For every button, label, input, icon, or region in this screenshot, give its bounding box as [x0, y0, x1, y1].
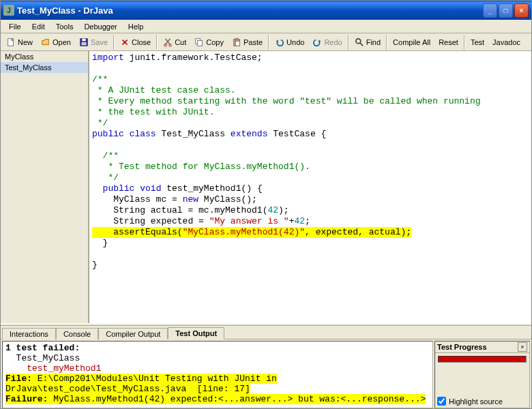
highlight-source-checkbox[interactable]	[437, 397, 446, 406]
toolbar: NewOpenSaveCloseCutCopyPasteUndoRedoFind…	[1, 33, 531, 51]
open-button[interactable]: Open	[37, 35, 75, 50]
close-icon	[120, 37, 130, 47]
paste-button[interactable]: Paste	[228, 35, 267, 50]
app-icon: J	[3, 5, 14, 16]
file-item-myclass[interactable]: MyClass	[1, 51, 88, 62]
bottom-pane: 1 test failed: Test_MyClass test_myMetho…	[1, 339, 531, 409]
tab-console[interactable]: Console	[56, 328, 98, 339]
redo-button: Redo	[308, 35, 346, 50]
tab-test-output[interactable]: Test Output	[168, 327, 224, 339]
cut-button[interactable]: Cut	[159, 35, 190, 50]
test-progress-title: Test Progress	[437, 343, 518, 351]
svg-rect-7	[198, 40, 203, 46]
menu-help[interactable]: Help	[123, 21, 149, 32]
file-list: MyClassTest_MyClass	[1, 51, 89, 323]
save-icon	[79, 37, 89, 47]
paste-icon	[232, 37, 241, 47]
toolbar-separator	[464, 35, 465, 50]
test-progress-panel: Test Progress × Highlight source	[434, 341, 530, 408]
copy-icon	[194, 37, 204, 47]
tab-interactions[interactable]: Interactions	[2, 328, 56, 339]
menu-file[interactable]: File	[3, 21, 27, 32]
cut-icon	[163, 37, 173, 47]
find-icon	[355, 37, 364, 47]
save-button: Save	[75, 35, 112, 50]
compile-all-button[interactable]: Compile All	[389, 35, 434, 50]
window-title: Test_MyClass - DrJava	[17, 5, 483, 16]
find-button[interactable]: Find	[351, 35, 385, 50]
svg-rect-10	[235, 41, 239, 46]
tab-compiler-output[interactable]: Compiler Output	[98, 328, 168, 339]
undo-button[interactable]: Undo	[271, 35, 308, 50]
svg-rect-3	[81, 42, 86, 45]
svg-rect-2	[82, 38, 85, 41]
reset-button[interactable]: Reset	[434, 35, 462, 50]
menu-tools[interactable]: Tools	[50, 21, 79, 32]
copy-button[interactable]: Copy	[190, 35, 228, 50]
svg-rect-9	[235, 37, 238, 40]
close-window-button[interactable]: ×	[514, 3, 529, 18]
test-output-pane[interactable]: 1 test failed: Test_MyClass test_myMetho…	[2, 341, 433, 408]
toolbar-separator	[113, 35, 115, 50]
file-item-test_myclass[interactable]: Test_MyClass	[1, 62, 88, 73]
toolbar-separator	[268, 35, 269, 50]
titlebar: J Test_MyClass - DrJava _ □ ×	[1, 1, 531, 20]
new-icon	[6, 37, 16, 47]
toolbar-separator	[156, 35, 158, 50]
bottom-tabs: InteractionsConsoleCompiler OutputTest O…	[1, 326, 531, 339]
svg-point-11	[355, 38, 360, 43]
highlight-source-label: Highlight source	[449, 397, 503, 406]
maximize-button[interactable]: □	[499, 3, 513, 18]
test-progress-bar	[438, 356, 527, 363]
close-button[interactable]: Close	[116, 35, 155, 50]
main-area: MyClassTest_MyClass import junit.framewo…	[1, 51, 531, 323]
test-progress-close-icon[interactable]: ×	[518, 342, 527, 352]
undo-icon	[275, 37, 284, 47]
toolbar-separator	[348, 35, 349, 50]
redo-icon	[312, 37, 322, 47]
menubar: FileEditToolsDebuggerHelp	[1, 20, 531, 33]
minimize-button[interactable]: _	[483, 3, 497, 18]
toolbar-separator	[386, 35, 387, 50]
new-button[interactable]: New	[2, 35, 37, 50]
menu-edit[interactable]: Edit	[27, 21, 50, 32]
code-editor[interactable]: import junit.framework.TestCase; /** * A…	[89, 51, 531, 323]
test-button[interactable]: Test	[467, 35, 488, 50]
menu-debugger[interactable]: Debugger	[78, 21, 122, 32]
open-icon	[41, 37, 50, 47]
javadoc-button[interactable]: Javadoc	[488, 35, 524, 50]
